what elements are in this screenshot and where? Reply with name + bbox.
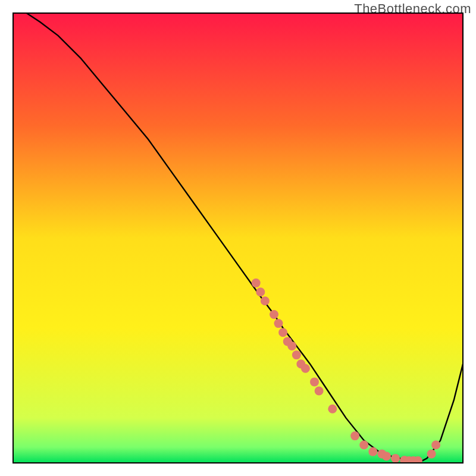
data-marker bbox=[274, 319, 283, 328]
data-marker bbox=[310, 377, 319, 386]
data-marker bbox=[382, 452, 391, 461]
data-marker bbox=[292, 350, 301, 359]
gradient-background bbox=[13, 13, 463, 463]
data-marker bbox=[270, 310, 278, 319]
data-marker bbox=[427, 449, 436, 458]
data-marker bbox=[278, 328, 287, 337]
chart-stage: TheBottleneck.com bbox=[0, 0, 476, 476]
data-marker bbox=[261, 296, 270, 305]
data-marker bbox=[315, 387, 324, 396]
data-marker bbox=[359, 440, 368, 449]
data-marker bbox=[391, 454, 400, 463]
data-marker bbox=[287, 342, 296, 350]
data-marker bbox=[431, 440, 440, 449]
data-marker bbox=[252, 278, 261, 287]
data-marker bbox=[256, 287, 265, 296]
chart-svg bbox=[0, 0, 476, 476]
data-marker bbox=[328, 405, 337, 414]
data-marker bbox=[414, 456, 422, 465]
data-marker bbox=[350, 431, 359, 440]
data-marker bbox=[301, 364, 310, 373]
data-marker bbox=[368, 447, 377, 456]
